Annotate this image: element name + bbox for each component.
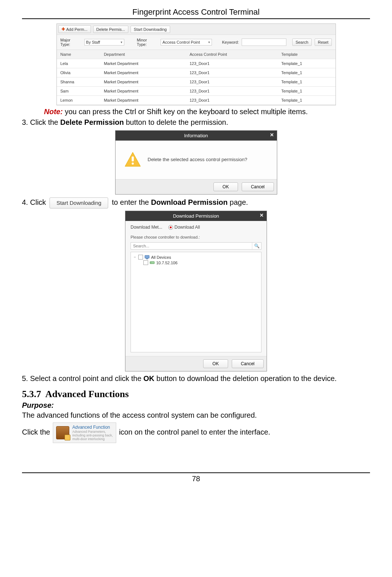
table-cell: Template_1 [278, 77, 335, 87]
table-row[interactable]: LemonMarket Department123_Door1Template_… [57, 96, 336, 105]
table-cell: Olivia [57, 68, 100, 77]
chevron-down-icon: ▾ [208, 40, 210, 44]
table-header-row: Name Department Access Control Point Tem… [57, 50, 336, 59]
dialog-message: Delete the selected access control permi… [148, 156, 248, 163]
col-template: Template [278, 50, 335, 59]
section-number: 5.3.7 [22, 389, 41, 399]
section-heading: 5.3.7 Advanced Functions [22, 389, 370, 400]
table-cell: Template_1 [278, 59, 335, 68]
note-label: Note: [44, 108, 63, 116]
table-cell: Shanna [57, 77, 100, 87]
table-cell: 123_Door1 [186, 68, 278, 77]
keyword-input[interactable] [242, 39, 286, 46]
step3-bold: Delete Permission [60, 118, 124, 126]
dialog-titlebar: Download Permission ✕ [125, 211, 267, 221]
tree-root[interactable]: − All Devices [133, 254, 259, 260]
table-cell: Template_1 [278, 96, 335, 105]
step-3: Click the Delete Permission button to de… [30, 117, 370, 127]
header-rule [22, 18, 370, 19]
start-downloading-inline-button[interactable]: Start Downloading [50, 197, 109, 208]
close-icon[interactable]: ✕ [260, 213, 264, 218]
advanced-function-tile[interactable]: Advanced Function Advanced Parameters, i… [53, 422, 116, 443]
door-icon [56, 426, 69, 439]
adv-text-b: icon on the control panel to enter the i… [117, 428, 270, 436]
search-icon[interactable]: 🔍 [252, 243, 261, 249]
search-button[interactable]: Search [292, 39, 312, 46]
table-cell: Market Department [100, 96, 186, 105]
table-cell: 123_Door1 [186, 87, 278, 96]
download-all-label: Download All [175, 225, 200, 230]
tree-child-label: 10.7.52.106 [156, 261, 177, 265]
minor-type-select[interactable]: Access Control Point ▾ [161, 39, 212, 46]
permissions-table: Name Department Access Control Point Tem… [57, 50, 336, 105]
table-cell: Market Department [100, 68, 186, 77]
step5-a: Select a control point and click the [30, 374, 143, 382]
table-row[interactable]: LelaMarket Department123_Door1Template_1 [57, 59, 336, 68]
cancel-button[interactable]: Cancel [232, 359, 264, 368]
collapse-icon[interactable]: − [133, 255, 137, 259]
table-cell: 123_Door1 [186, 96, 278, 105]
major-type-select[interactable]: By Staff ▾ [84, 39, 125, 46]
svg-rect-4 [146, 259, 148, 260]
table-row[interactable]: ShannaMarket Department123_Door1Template… [57, 77, 336, 87]
svg-rect-1 [132, 156, 134, 161]
delete-permission-button[interactable]: Delete Permis... [93, 26, 128, 33]
step3-text-c: button to delete the permission. [124, 118, 228, 126]
download-all-radio[interactable]: Download All [168, 225, 200, 230]
permissions-panel: ✚ Add Perm... Delete Permis... Start Dow… [56, 23, 336, 105]
table-cell: 123_Door1 [186, 59, 278, 68]
plus-icon: ✚ [62, 27, 65, 32]
ok-button[interactable]: OK [203, 359, 228, 368]
table-cell: 123_Door1 [186, 77, 278, 87]
note-text: you can press the Ctrl or Shift key on t… [63, 108, 308, 116]
controller-search: 🔍 [131, 242, 261, 250]
step5-bold: OK [143, 374, 154, 382]
page-title: Fingerprint Access Control Terminal [22, 7, 370, 17]
major-type-label: Major Type: [61, 38, 81, 47]
add-permission-button[interactable]: ✚ Add Perm... [58, 25, 91, 33]
step5-c: button to download the deletion operatio… [154, 374, 337, 382]
table-cell: Sam [57, 87, 100, 96]
device-icon [150, 260, 155, 265]
dialog-title: Information [184, 133, 208, 138]
keyword-label: Keyword: [222, 40, 239, 44]
step3-text-a: Click the [30, 118, 60, 126]
download-method-row: Download Met... Download All [125, 221, 267, 233]
major-type-value: By Staff [86, 40, 100, 44]
chevron-down-icon: ▾ [121, 40, 122, 44]
table-row[interactable]: OliviaMarket Department123_Door1Template… [57, 68, 336, 77]
search-input[interactable] [131, 243, 252, 249]
information-dialog: Information ✕ Delete the selected access… [115, 130, 277, 195]
col-name: Name [57, 50, 100, 59]
table-cell: Template_1 [278, 87, 335, 96]
svg-point-6 [151, 262, 151, 263]
checkbox[interactable] [143, 260, 148, 265]
dialog-title: Download Permission [173, 213, 219, 219]
step4-d: page. [228, 198, 248, 206]
download-method-label: Download Met... [131, 225, 162, 230]
adv-tile-line3: multi-door interlocking [72, 438, 113, 441]
tree-child[interactable]: 10.7.52.106 [133, 260, 259, 265]
step4-bold: Download Permission [151, 198, 228, 206]
radio-icon [168, 225, 173, 230]
cancel-button[interactable]: Cancel [242, 182, 274, 191]
table-cell: Market Department [100, 87, 186, 96]
close-icon[interactable]: ✕ [270, 132, 274, 138]
table-cell: Market Department [100, 77, 186, 87]
devices-icon [144, 255, 150, 260]
svg-point-2 [132, 163, 134, 165]
purpose-label: Purpose: [22, 400, 370, 410]
reset-button[interactable]: Reset [315, 39, 332, 46]
table-cell: Template_1 [278, 68, 335, 77]
footer-rule [22, 472, 370, 473]
step-4: Click Start Downloading to enter the Dow… [30, 197, 370, 208]
tree-root-label: All Devices [151, 255, 171, 260]
ok-button[interactable]: OK [213, 182, 238, 191]
section-title: Advanced Functions [45, 389, 129, 399]
checkbox[interactable] [138, 255, 143, 260]
table-row[interactable]: SamMarket Department123_Door1Template_1 [57, 87, 336, 96]
step-5: Select a control point and click the OK … [30, 374, 370, 384]
start-downloading-button[interactable]: Start Downloading [131, 26, 170, 33]
minor-type-label: Minor Type: [137, 38, 158, 47]
download-permission-dialog: Download Permission ✕ Download Met... Do… [125, 211, 267, 371]
